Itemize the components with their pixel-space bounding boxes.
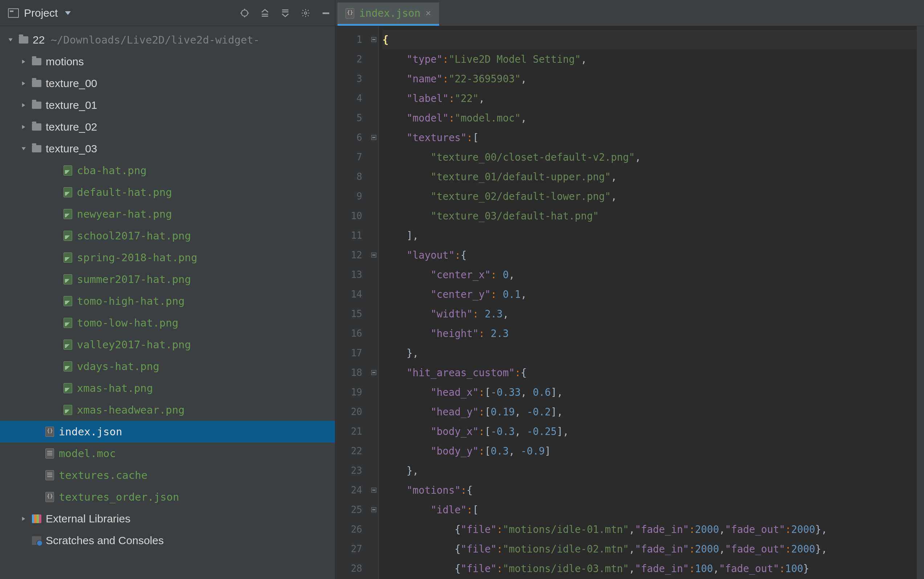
project-icon — [8, 8, 19, 18]
json-file-icon — [45, 492, 54, 502]
line-number-gutter: 1234567891011121314151617181920212223242… — [335, 26, 369, 579]
folder-icon — [32, 101, 41, 109]
editor-pane: index.json × 123456789101112131415161718… — [335, 0, 924, 579]
external-libraries[interactable]: External Libraries — [0, 508, 335, 530]
tree-folder-motions[interactable]: motions — [0, 51, 335, 72]
tree-file[interactable]: valley2017-hat.png — [0, 334, 335, 355]
json-file-icon — [346, 8, 354, 18]
tree-file[interactable]: summer2017-hat.png — [0, 268, 335, 290]
tree-folder-texture_01[interactable]: texture_01 — [0, 94, 335, 116]
chevron-down-icon — [65, 11, 71, 15]
locate-icon[interactable] — [239, 8, 250, 18]
image-file-icon — [64, 165, 72, 176]
tree-file[interactable]: newyear-hat.png — [0, 203, 335, 225]
fold-gutter[interactable] — [369, 26, 379, 579]
image-file-icon — [64, 252, 72, 263]
moc-file-icon — [45, 470, 54, 480]
collapse-all-icon[interactable] — [280, 8, 291, 18]
tree-file[interactable]: xmas-hat.png — [0, 377, 335, 399]
tab-index-json[interactable]: index.json × — [337, 3, 439, 26]
folder-icon — [32, 123, 41, 131]
image-file-icon — [64, 296, 72, 306]
tree-file[interactable]: cba-hat.png — [0, 160, 335, 182]
project-view-selector[interactable]: Project — [8, 7, 71, 19]
image-file-icon — [64, 383, 72, 393]
project-toolbar — [239, 8, 331, 18]
scratches-icon — [32, 536, 41, 545]
settings-icon[interactable] — [300, 8, 311, 18]
svg-point-0 — [241, 10, 247, 16]
tab-label: index.json — [359, 7, 421, 19]
image-file-icon — [64, 340, 72, 350]
tree-file[interactable]: xmas-headwear.png — [0, 399, 335, 421]
editor-tabs: index.json × — [335, 0, 924, 26]
folder-icon — [32, 145, 41, 152]
image-file-icon — [64, 209, 72, 219]
tree-file-index-json[interactable]: index.json — [0, 421, 335, 443]
tree-folder-texture_00[interactable]: texture_00 — [0, 72, 335, 94]
close-tab-icon[interactable]: × — [426, 8, 431, 19]
image-file-icon — [64, 231, 72, 241]
library-icon — [32, 514, 41, 523]
tree-folder-texture_02[interactable]: texture_02 — [0, 116, 335, 138]
project-tree[interactable]: 22 ~/Downloads/Live2D/live2d-widget- mot… — [0, 26, 335, 579]
folder-icon — [19, 36, 28, 44]
tree-file[interactable]: vdays-hat.png — [0, 355, 335, 377]
scratches-and-consoles[interactable]: Scratches and Consoles — [0, 530, 335, 551]
image-file-icon — [64, 187, 72, 197]
folder-icon — [32, 58, 41, 65]
svg-point-5 — [305, 11, 307, 14]
image-file-icon — [64, 274, 72, 285]
code-content[interactable]: { "type":"Live2D Model Setting", "name":… — [379, 26, 917, 579]
image-file-icon — [64, 361, 72, 371]
tree-file[interactable]: spring-2018-hat.png — [0, 247, 335, 268]
tree-file-textures_order-json[interactable]: textures_order.json — [0, 486, 335, 508]
json-file-icon — [45, 427, 54, 437]
tree-file-textures-cache[interactable]: textures.cache — [0, 465, 335, 486]
tree-file[interactable]: tomo-low-hat.png — [0, 312, 335, 334]
code-editor[interactable]: 1234567891011121314151617181920212223242… — [335, 26, 924, 579]
tree-folder-texture_03[interactable]: texture_03 — [0, 138, 335, 160]
tree-file[interactable]: school2017-hat.png — [0, 225, 335, 247]
tree-file-model-moc[interactable]: model.moc — [0, 443, 335, 465]
tree-file[interactable]: default-hat.png — [0, 182, 335, 203]
image-file-icon — [64, 318, 72, 328]
moc-file-icon — [45, 448, 54, 458]
editor-scrollbar[interactable] — [917, 26, 924, 579]
project-header: Project — [0, 0, 335, 26]
image-file-icon — [64, 405, 72, 415]
project-label: Project — [24, 7, 58, 19]
tree-root[interactable]: 22 ~/Downloads/Live2D/live2d-widget- — [0, 29, 335, 51]
svg-rect-6 — [323, 12, 329, 13]
expand-all-icon[interactable] — [259, 8, 270, 18]
hide-icon[interactable] — [321, 8, 331, 18]
tree-file[interactable]: tomo-high-hat.png — [0, 290, 335, 312]
folder-icon — [32, 80, 41, 87]
project-tool-window: Project 22 ~/Downloads/Live2D/live2d-wid… — [0, 0, 335, 579]
